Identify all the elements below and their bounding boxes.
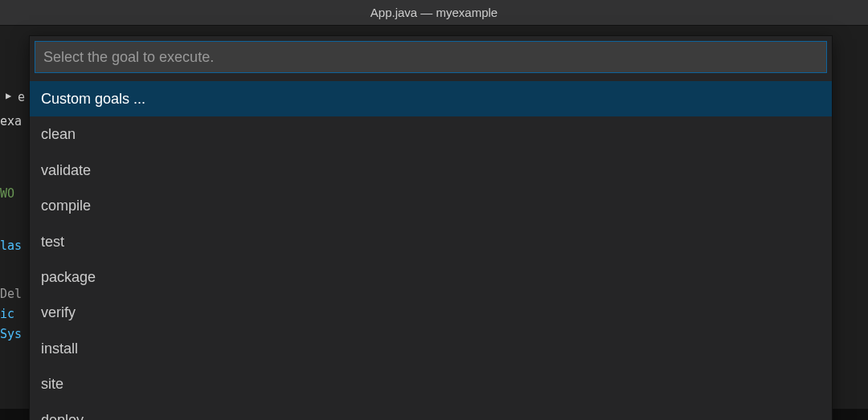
window-title: App.java — myexample xyxy=(371,6,497,19)
editor-fragment-wo: WO xyxy=(0,186,14,201)
quick-item-install[interactable]: install xyxy=(30,331,832,366)
quick-item-clean[interactable]: clean xyxy=(30,116,832,152)
quick-item-compile[interactable]: compile xyxy=(30,188,832,223)
editor-fragment-ic: ic xyxy=(0,307,14,321)
editor-fragment-sys: Sys xyxy=(0,327,22,341)
quick-item-label: test xyxy=(41,234,64,250)
quick-item-label: clean xyxy=(41,126,76,142)
titlebar: App.java — myexample xyxy=(0,0,868,26)
quick-item-label: validate xyxy=(41,162,91,178)
quick-item-deploy[interactable]: deploy xyxy=(30,402,832,420)
editor-fragment-las: las xyxy=(0,239,22,253)
quick-item-label: site xyxy=(41,376,63,392)
quick-item-site[interactable]: site xyxy=(30,366,832,402)
tree-item-partial[interactable]: e xyxy=(18,90,25,104)
quick-input-box[interactable] xyxy=(35,41,827,73)
quick-item-label: package xyxy=(41,269,96,285)
quick-pick-list: Custom goals ... clean validate compile … xyxy=(30,78,832,420)
quick-item-package[interactable]: package xyxy=(30,259,832,295)
quick-item-test[interactable]: test xyxy=(30,224,832,259)
quick-item-label: install xyxy=(41,340,78,357)
quick-item-label: deploy xyxy=(41,412,84,420)
quick-item-label: compile xyxy=(41,198,91,214)
quick-input-widget: Custom goals ... clean validate compile … xyxy=(29,35,833,420)
editor-fragment-exa: exa xyxy=(0,114,22,128)
quick-item-custom-goals[interactable]: Custom goals ... xyxy=(30,81,832,116)
quick-item-validate[interactable]: validate xyxy=(30,153,832,188)
quick-item-label: verify xyxy=(41,304,76,320)
quick-item-label: Custom goals ... xyxy=(41,91,145,107)
editor-fragment-del: Del xyxy=(0,287,22,301)
tree-expand-caret-icon[interactable]: ▶ xyxy=(6,90,11,101)
quick-item-verify[interactable]: verify xyxy=(30,295,832,330)
goal-select-input[interactable] xyxy=(43,49,818,66)
